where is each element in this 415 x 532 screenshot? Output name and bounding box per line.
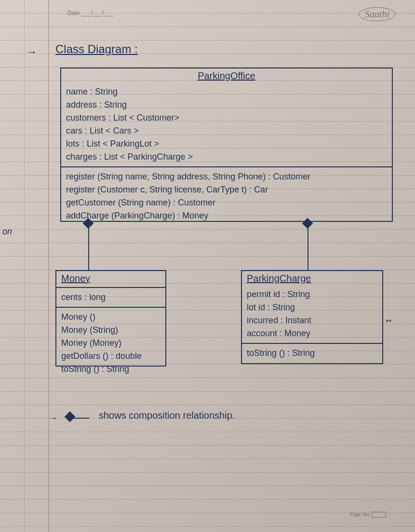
date-label: Date ___/___/___ xyxy=(67,10,113,16)
class-methods-parking-charge: toString () : String xyxy=(242,345,382,362)
class-attributes-parking-charge: permit id : String lot id : String incur… xyxy=(242,286,382,342)
method-row: toString () : String xyxy=(61,363,161,376)
arrow-icon: → xyxy=(48,412,58,423)
attribute-row: incurred : Instant xyxy=(247,314,377,327)
method-row: Money (Money) xyxy=(61,337,161,350)
method-row: Money (String) xyxy=(61,324,161,337)
class-parking-office: ParkingOffice name : String address : St… xyxy=(60,68,393,222)
page-number-label: Page No: xyxy=(350,512,386,518)
margin-line-inner xyxy=(24,0,25,532)
composition-diamond-icon xyxy=(65,411,76,423)
connector-line xyxy=(308,227,308,270)
attribute-row: charges : List < ParkingCharge > xyxy=(66,150,387,164)
class-title-money: Money xyxy=(56,271,165,286)
class-title-parking-office: ParkingOffice xyxy=(61,68,392,83)
attribute-row: customers : List < Customer> xyxy=(66,111,387,124)
class-methods-money: Money () Money (String) Money (Money) ge… xyxy=(56,309,165,378)
class-divider xyxy=(242,343,382,344)
attribute-row: lot id : String xyxy=(247,301,377,314)
class-attributes-parking-office: name : String address : String customers… xyxy=(61,83,392,165)
class-money: Money cents : long Money () Money (Strin… xyxy=(55,270,166,367)
method-row: Money () xyxy=(61,311,161,324)
method-row: addCharge (ParkingCharge) : Money xyxy=(66,209,387,222)
attribute-row: cars : List < Cars > xyxy=(66,124,387,137)
class-divider xyxy=(56,287,165,288)
attribute-row: name : String xyxy=(66,85,387,98)
method-row: register (Customer c, String license, Ca… xyxy=(66,183,387,196)
brand-logo: Saathi xyxy=(359,7,396,21)
class-divider xyxy=(56,307,165,308)
class-methods-parking-office: register (String name, String address, S… xyxy=(61,168,392,224)
connector-line xyxy=(88,227,89,270)
method-row: getDollars () : double xyxy=(61,350,161,363)
class-divider xyxy=(61,166,392,167)
attribute-row: cents : long xyxy=(61,291,161,304)
attribute-row: address : String xyxy=(66,98,387,111)
legend-text: shows composition relationship. xyxy=(99,410,235,421)
edge-cutoff-text: on xyxy=(2,227,12,237)
method-row: getCustomer (String name) : Customer xyxy=(66,196,387,209)
attribute-row: lots : List < ParkingLot > xyxy=(66,137,387,150)
class-attributes-money: cents : long xyxy=(56,289,165,306)
arrow-icon: → xyxy=(27,46,37,58)
class-title-parking-charge: ParkingCharge xyxy=(242,271,382,286)
method-row: register (String name, String address, S… xyxy=(66,170,387,183)
attribute-row: permit id : String xyxy=(247,288,377,301)
class-parking-charge: ParkingCharge permit id : String lot id … xyxy=(241,270,383,364)
method-row: toString () : String xyxy=(247,347,377,360)
page-title: Class Diagram : xyxy=(55,42,138,56)
attribute-row: account : Money xyxy=(247,327,377,340)
margin-line xyxy=(48,0,49,532)
footnote-marker: ** xyxy=(386,318,391,327)
legend-line xyxy=(70,418,89,419)
